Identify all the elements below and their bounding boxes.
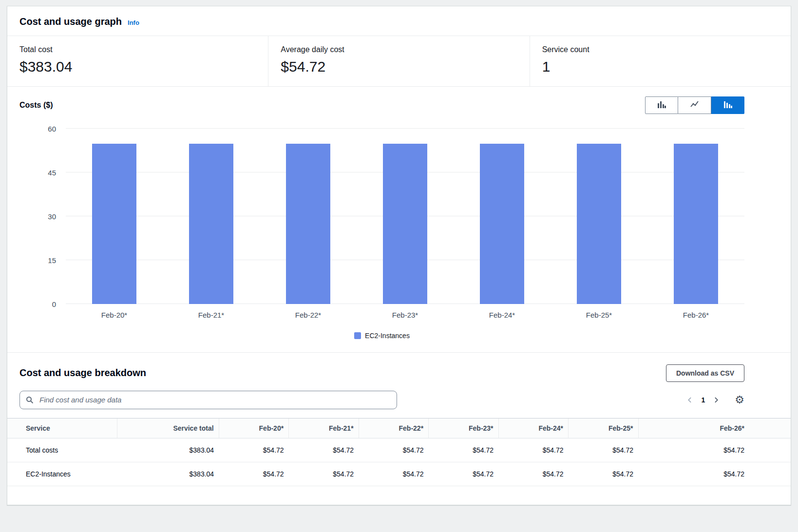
- bar-Feb-21*[interactable]: [189, 144, 234, 304]
- breakdown-table: ServiceService totalFeb-20*Feb-21*Feb-22…: [7, 418, 791, 486]
- chart-type-toggle-group: [645, 96, 744, 114]
- bar-Feb-23*[interactable]: [383, 144, 428, 304]
- bar-slot: [357, 129, 454, 304]
- download-csv-button[interactable]: Download as CSV: [666, 364, 744, 382]
- y-axis-title: Costs ($): [19, 101, 53, 110]
- bar-slot: [551, 129, 647, 304]
- service-cell: Total costs: [7, 438, 117, 462]
- search-input[interactable]: [38, 395, 391, 404]
- value-cell: $54.72: [359, 438, 428, 462]
- value-cell: $54.72: [429, 438, 498, 462]
- total-cost-stat: Total cost $383.04: [7, 36, 268, 86]
- average-daily-cost-label: Average daily cost: [281, 45, 517, 54]
- bar-slot: [163, 129, 260, 304]
- bar-slot: [454, 129, 551, 304]
- average-daily-cost-value: $54.72: [281, 58, 517, 76]
- bar-Feb-22*[interactable]: [286, 144, 331, 304]
- y-tick-label: 45: [48, 168, 56, 176]
- chevron-right-icon: [713, 397, 719, 403]
- next-page-button[interactable]: [710, 396, 722, 404]
- value-cell: $54.72: [429, 462, 498, 486]
- value-cell: $54.72: [289, 438, 359, 462]
- previous-page-button[interactable]: [684, 396, 696, 404]
- value-cell: $54.72: [359, 462, 428, 486]
- bar-Feb-20*[interactable]: [92, 144, 137, 304]
- service-count-label: Service count: [542, 45, 779, 54]
- summary-stats: Total cost $383.04 Average daily cost $5…: [7, 36, 791, 87]
- value-cell: $54.72: [289, 462, 359, 486]
- x-axis: Feb-20*Feb-21*Feb-22*Feb-23*Feb-24*Feb-2…: [66, 311, 744, 319]
- value-cell: $54.72: [498, 438, 568, 462]
- info-link[interactable]: Info: [128, 19, 139, 26]
- bar-slot: [260, 129, 357, 304]
- column-header: Feb-24*: [498, 418, 568, 438]
- search-box[interactable]: [19, 391, 397, 409]
- bar-slot: [647, 129, 744, 304]
- plot-area: [66, 129, 744, 304]
- chart-toolbar: Costs ($): [19, 96, 744, 114]
- bar-chart-button[interactable]: [645, 96, 678, 114]
- bars-area: [66, 129, 744, 304]
- value-cell: $54.72: [498, 462, 568, 486]
- card-header: Cost and usage graph Info: [7, 6, 791, 36]
- average-daily-cost-stat: Average daily cost $54.72: [268, 36, 529, 86]
- column-header: Feb-25*: [569, 418, 638, 438]
- x-tick-label: Feb-25*: [551, 311, 647, 319]
- table-row: EC2-Instances$383.04$54.72$54.72$54.72$5…: [7, 462, 791, 486]
- column-header: Service total: [117, 418, 219, 438]
- settings-gear-icon[interactable]: ⚙: [735, 395, 744, 405]
- x-tick-label: Feb-26*: [647, 311, 744, 319]
- legend-swatch: [354, 332, 361, 339]
- x-tick-label: Feb-22*: [260, 311, 357, 319]
- bar-chart-icon: [657, 100, 666, 110]
- page-number[interactable]: 1: [701, 396, 705, 404]
- cost-and-usage-card: Cost and usage graph Info Total cost $38…: [7, 6, 791, 505]
- column-header: Feb-20*: [219, 418, 288, 438]
- value-cell: $54.72: [638, 462, 791, 486]
- chart-section: Costs ($): [7, 87, 791, 352]
- total-cost-label: Total cost: [19, 45, 256, 54]
- line-chart-icon: [690, 100, 699, 110]
- cost-and-usage-breakdown-section: Cost and usage breakdown Download as CSV: [7, 352, 791, 505]
- table-controls: 1 ⚙: [7, 387, 791, 418]
- chevron-left-icon: [687, 397, 693, 403]
- service-cell: EC2-Instances: [7, 462, 117, 486]
- pagination: 1 ⚙: [684, 395, 744, 405]
- bar-Feb-24*[interactable]: [480, 144, 525, 304]
- value-cell: $383.04: [117, 438, 219, 462]
- total-cost-value: $383.04: [19, 58, 256, 76]
- column-header: Service: [7, 418, 117, 438]
- page: Cost and usage graph Info Total cost $38…: [0, 0, 798, 512]
- x-tick-label: Feb-24*: [454, 311, 551, 319]
- value-cell: $383.04: [117, 462, 219, 486]
- table-body: Total costs$383.04$54.72$54.72$54.72$54.…: [7, 438, 791, 486]
- page-title: Cost and usage graph: [19, 16, 122, 27]
- line-chart-button[interactable]: [678, 96, 711, 114]
- legend: EC2-Instances: [19, 332, 744, 340]
- service-count-stat: Service count 1: [530, 36, 791, 86]
- x-tick-label: Feb-21*: [163, 311, 260, 319]
- value-cell: $54.72: [569, 462, 638, 486]
- value-cell: $54.72: [569, 438, 638, 462]
- bar-Feb-26*[interactable]: [674, 144, 719, 304]
- table-header-row: ServiceService totalFeb-20*Feb-21*Feb-22…: [7, 418, 791, 438]
- legend-label: EC2-Instances: [365, 332, 410, 340]
- search-icon: [26, 396, 34, 404]
- value-cell: $54.72: [638, 438, 791, 462]
- stacked-bar-chart-button[interactable]: [711, 96, 744, 114]
- stacked-bar-chart-icon: [723, 100, 732, 110]
- bar-Feb-25*[interactable]: [577, 144, 622, 304]
- table-bottom-padding: [7, 486, 791, 505]
- column-header: Feb-26*: [638, 418, 791, 438]
- breakdown-header: Cost and usage breakdown Download as CSV: [7, 353, 791, 387]
- table-row: Total costs$383.04$54.72$54.72$54.72$54.…: [7, 438, 791, 462]
- chart: 015304560: [19, 129, 744, 304]
- value-cell: $54.72: [219, 462, 288, 486]
- column-header: Feb-23*: [429, 418, 498, 438]
- y-tick-label: 15: [48, 256, 56, 264]
- value-cell: $54.72: [219, 438, 288, 462]
- service-count-value: 1: [542, 58, 779, 76]
- column-header: Feb-22*: [359, 418, 428, 438]
- y-axis: 015304560: [19, 129, 66, 304]
- x-tick-label: Feb-20*: [66, 311, 163, 319]
